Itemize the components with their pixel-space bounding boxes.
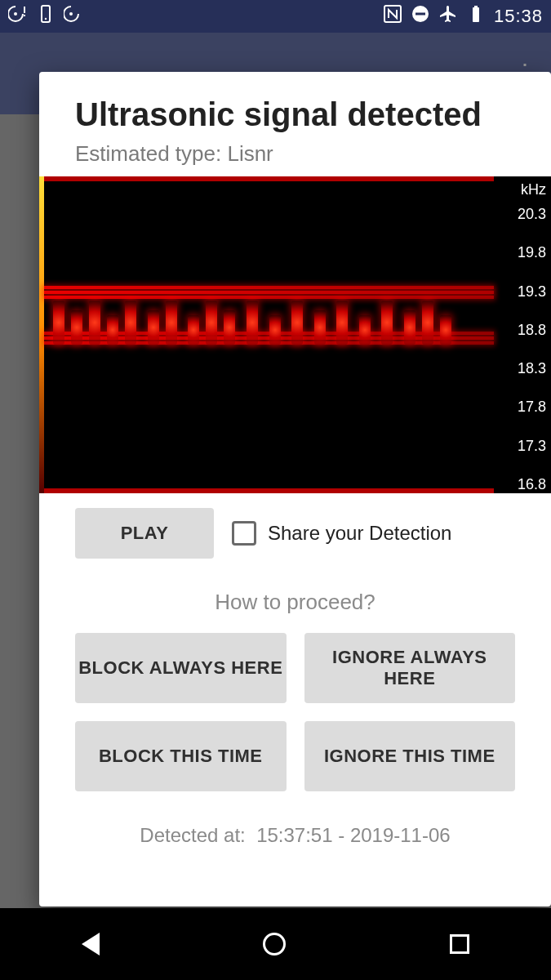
checkbox-icon (232, 521, 256, 546)
spectrogram-axis-unit: kHz (521, 181, 546, 198)
play-button[interactable]: PLAY (75, 508, 214, 559)
speaker-alert-icon (8, 4, 28, 29)
tick-label: 17.3 (497, 438, 546, 455)
nav-home-button[interactable] (263, 933, 286, 956)
svg-rect-2 (24, 15, 25, 16)
tick-label: 20.3 (497, 206, 546, 223)
nav-recents-button[interactable] (450, 934, 469, 954)
android-nav-bar (0, 908, 551, 980)
svg-point-5 (69, 12, 73, 16)
spectrogram-bottom-band (44, 488, 494, 493)
battery-icon (466, 4, 486, 29)
ignore-always-button[interactable]: IGNORE ALWAYS HERE (304, 633, 516, 703)
svg-rect-9 (473, 7, 479, 22)
home-circle-icon (263, 933, 286, 956)
tick-label: 19.8 (497, 244, 546, 261)
ignore-this-time-button[interactable]: IGNORE THIS TIME (304, 721, 516, 791)
tick-label: 16.8 (497, 476, 546, 493)
recents-square-icon (450, 934, 469, 954)
spectrogram-signal (44, 286, 494, 359)
tick-label: 17.8 (497, 399, 546, 416)
tick-label: 19.3 (497, 283, 546, 301)
detection-dialog: Ultrasonic signal detected Estimated typ… (39, 72, 551, 906)
svg-rect-8 (415, 13, 425, 16)
android-status-bar: 15:38 (0, 0, 551, 33)
tick-label: 18.8 (497, 322, 546, 339)
svg-rect-10 (474, 6, 478, 7)
do-not-disturb-icon (411, 4, 430, 29)
spectrogram-view: kHz 20.3 19.8 19.3 18.8 18.3 17.8 17.3 1… (39, 176, 551, 493)
spectrogram-axis-ticks: 20.3 19.8 19.3 18.8 18.3 17.8 17.3 16.8 (497, 206, 546, 493)
back-triangle-icon (82, 933, 100, 956)
tick-label: 18.3 (497, 360, 546, 377)
dialog-subtitle: Estimated type: Lisnr (39, 138, 551, 176)
nfc-icon (383, 4, 402, 29)
detected-at-line: Detected at: 15:37:51 - 2019-11-06 (39, 791, 551, 862)
status-clock: 15:38 (494, 6, 543, 27)
speaker-icon (64, 4, 83, 29)
share-detection-label: Share your Detection (268, 522, 451, 545)
block-this-time-button[interactable]: BLOCK THIS TIME (75, 721, 287, 791)
airplane-mode-icon (438, 4, 458, 29)
svg-point-0 (14, 12, 17, 16)
detected-at-label: Detected at: (140, 824, 245, 846)
svg-point-4 (45, 18, 47, 20)
dialog-title: Ultrasonic signal detected (39, 72, 551, 138)
svg-rect-1 (24, 7, 25, 13)
nav-back-button[interactable] (82, 933, 100, 956)
share-detection-checkbox[interactable]: Share your Detection (232, 521, 515, 546)
proceed-prompt: How to proceed? (39, 567, 551, 633)
spectrogram-top-band (44, 176, 494, 181)
detected-at-value: 15:37:51 - 2019-11-06 (256, 824, 451, 846)
block-always-button[interactable]: BLOCK ALWAYS HERE (75, 633, 287, 703)
phone-vibrate-icon (36, 4, 56, 29)
